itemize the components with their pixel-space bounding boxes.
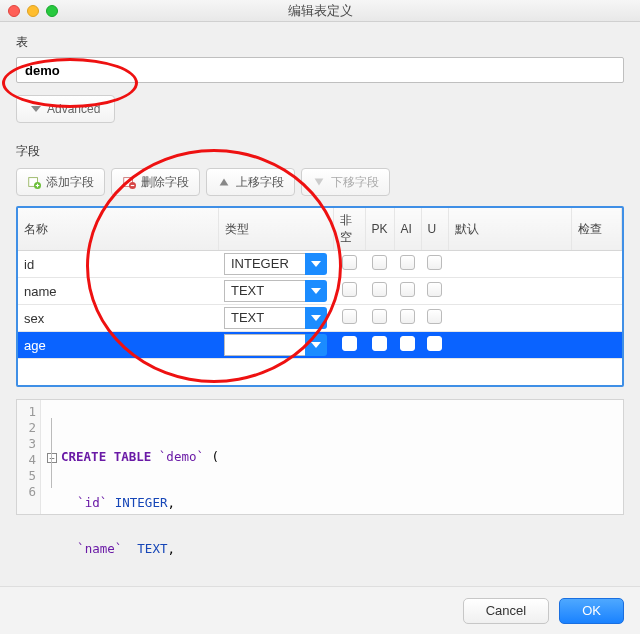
- sql-code[interactable]: −CREATE TABLE `demo` ( `id` INTEGER, `na…: [41, 400, 227, 514]
- u-checkbox[interactable]: [427, 282, 442, 297]
- titlebar: 编辑表定义: [0, 0, 640, 22]
- chevron-down-icon: [31, 106, 41, 112]
- cell-check[interactable]: [572, 305, 622, 332]
- notnull-checkbox[interactable]: [342, 255, 357, 270]
- ai-checkbox[interactable]: [400, 309, 415, 324]
- u-checkbox[interactable]: [427, 309, 442, 324]
- advanced-label: Advanced: [47, 102, 100, 116]
- table-row[interactable]: nameTEXT: [18, 278, 622, 305]
- move-down-button[interactable]: 下移字段: [301, 168, 390, 196]
- ai-checkbox[interactable]: [400, 255, 415, 270]
- cell-name[interactable]: id: [18, 251, 218, 278]
- fields-table: 名称 类型 非空 PK AI U 默认 检查 idINTEGERnameTEXT…: [16, 206, 624, 387]
- cell-default[interactable]: [448, 332, 571, 359]
- cell-type[interactable]: INTEGER: [218, 251, 333, 278]
- pk-checkbox[interactable]: [372, 309, 387, 324]
- cancel-button[interactable]: Cancel: [463, 598, 549, 624]
- table-name-input[interactable]: [16, 57, 624, 83]
- col-pk[interactable]: PK: [365, 208, 394, 251]
- move-up-button[interactable]: 上移字段: [206, 168, 295, 196]
- cell-check[interactable]: [572, 278, 622, 305]
- chevron-down-icon[interactable]: [305, 334, 327, 356]
- cell-check[interactable]: [572, 332, 622, 359]
- line-gutter: 123456: [17, 400, 41, 514]
- delete-icon: [122, 175, 136, 189]
- add-icon: [27, 175, 41, 189]
- col-type[interactable]: 类型: [218, 208, 333, 251]
- cell-check[interactable]: [572, 251, 622, 278]
- cell-name[interactable]: name: [18, 278, 218, 305]
- minimize-icon[interactable]: [27, 5, 39, 17]
- header-row: 名称 类型 非空 PK AI U 默认 检查: [18, 208, 622, 251]
- fields-toolbar: 添加字段 删除字段 上移字段 下移字段: [16, 168, 624, 196]
- delete-field-button[interactable]: 删除字段: [111, 168, 200, 196]
- chevron-down-icon[interactable]: [305, 307, 327, 329]
- label-fields: 字段: [16, 143, 624, 160]
- triangle-up-icon: [217, 175, 231, 189]
- u-checkbox[interactable]: [427, 255, 442, 270]
- cell-name[interactable]: sex: [18, 305, 218, 332]
- cell-default[interactable]: [448, 278, 571, 305]
- ai-checkbox[interactable]: [400, 336, 415, 351]
- cell-name[interactable]: age: [18, 332, 218, 359]
- label-table: 表: [16, 34, 624, 51]
- col-default[interactable]: 默认: [448, 208, 571, 251]
- table-row[interactable]: sexTEXT: [18, 305, 622, 332]
- fold-icon[interactable]: −: [47, 453, 57, 463]
- table-row[interactable]: ageINTEGER: [18, 332, 622, 359]
- pk-checkbox[interactable]: [372, 255, 387, 270]
- notnull-checkbox[interactable]: [342, 309, 357, 324]
- cell-default[interactable]: [448, 305, 571, 332]
- pk-checkbox[interactable]: [372, 282, 387, 297]
- col-notnull[interactable]: 非空: [333, 208, 365, 251]
- advanced-button[interactable]: Advanced: [16, 95, 115, 123]
- triangle-down-icon: [312, 175, 326, 189]
- chevron-down-icon[interactable]: [305, 280, 327, 302]
- ai-checkbox[interactable]: [400, 282, 415, 297]
- col-check[interactable]: 检查: [572, 208, 622, 251]
- ok-button[interactable]: OK: [559, 598, 624, 624]
- add-field-button[interactable]: 添加字段: [16, 168, 105, 196]
- col-u[interactable]: U: [421, 208, 448, 251]
- table-row[interactable]: idINTEGER: [18, 251, 622, 278]
- dialog-footer: Cancel OK: [0, 586, 640, 634]
- window-title: 编辑表定义: [8, 2, 632, 20]
- cell-default[interactable]: [448, 251, 571, 278]
- pk-checkbox[interactable]: [372, 336, 387, 351]
- close-icon[interactable]: [8, 5, 20, 17]
- notnull-checkbox[interactable]: [342, 336, 357, 351]
- col-name[interactable]: 名称: [18, 208, 218, 251]
- zoom-icon[interactable]: [46, 5, 58, 17]
- col-ai[interactable]: AI: [394, 208, 421, 251]
- cell-type[interactable]: TEXT: [218, 305, 333, 332]
- u-checkbox[interactable]: [427, 336, 442, 351]
- chevron-down-icon[interactable]: [305, 253, 327, 275]
- notnull-checkbox[interactable]: [342, 282, 357, 297]
- cell-type[interactable]: TEXT: [218, 278, 333, 305]
- cell-type[interactable]: INTEGER: [218, 332, 333, 359]
- sql-pane: 123456 −CREATE TABLE `demo` ( `id` INTEG…: [16, 399, 624, 515]
